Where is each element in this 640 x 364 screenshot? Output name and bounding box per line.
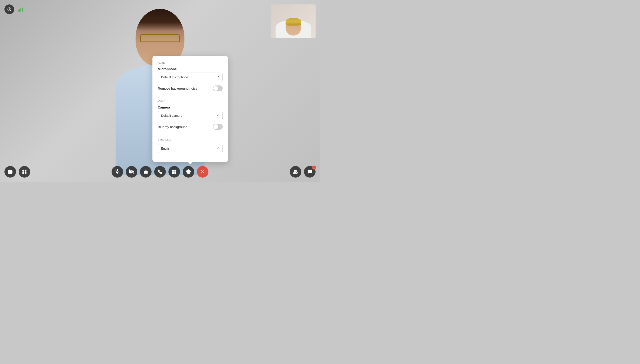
participants-button[interactable] (290, 166, 301, 178)
settings-button[interactable] (183, 166, 194, 178)
settings-panel: Audio Microphone Default microphone Buil… (152, 56, 228, 162)
remove-noise-knob (213, 86, 218, 91)
self-view-thumbnail (271, 4, 316, 38)
signal-bar-4 (22, 8, 23, 12)
svg-rect-15 (172, 172, 174, 174)
remove-noise-toggle[interactable] (213, 86, 223, 91)
signal-bar-3 (21, 8, 21, 12)
camera-dropdown-wrapper: Default camera Built-in Camera External … (158, 111, 223, 120)
signal-bar-2 (19, 9, 20, 12)
audio-video-divider (158, 96, 223, 96)
language-dropdown-wrapper: English Spanish French German Japanese (158, 144, 223, 153)
blur-background-label: Blur my background (158, 125, 187, 129)
bottom-toolbar (0, 166, 320, 178)
mute-button[interactable] (112, 166, 123, 178)
top-left-controls (5, 4, 23, 14)
thumbnail-person (271, 4, 316, 38)
microphone-select[interactable]: Default microphone Built-in Microphone E… (158, 72, 223, 82)
svg-rect-14 (175, 170, 176, 171)
microphone-label: Microphone (158, 67, 223, 71)
signal-icon (18, 7, 23, 12)
thumb-head (286, 18, 301, 36)
chat-button[interactable]: 1 (304, 166, 316, 178)
audio-only-button[interactable] (154, 166, 166, 178)
language-section-label: Language (158, 138, 223, 141)
audio-section-label: Audio (158, 61, 223, 64)
camera-select[interactable]: Default camera Built-in Camera External … (158, 111, 223, 120)
microphone-dropdown-wrapper: Default microphone Built-in Microphone E… (158, 72, 223, 82)
language-select[interactable]: English Spanish French German Japanese (158, 144, 223, 153)
signal-bar-1 (18, 10, 19, 12)
info-button[interactable] (5, 4, 14, 14)
svg-rect-16 (175, 172, 176, 174)
right-controls: 1 (290, 166, 316, 178)
end-call-button[interactable] (197, 166, 208, 178)
person-hair (136, 9, 184, 31)
video-language-divider (158, 134, 223, 134)
remove-noise-label: Remove background noise (158, 86, 197, 90)
chat-notification-badge: 1 (312, 166, 316, 170)
svg-rect-13 (172, 170, 174, 171)
thumb-hair (286, 18, 301, 26)
remove-noise-row: Remove background noise (158, 86, 223, 91)
main-video: Audio Microphone Default microphone Buil… (0, 0, 320, 182)
svg-point-18 (294, 170, 296, 172)
blur-background-knob (213, 124, 218, 129)
share-screen-button[interactable] (140, 166, 152, 178)
person-glasses (140, 34, 180, 42)
video-off-button[interactable] (126, 166, 137, 178)
blur-background-row: Blur my background (158, 124, 223, 130)
camera-label: Camera (158, 106, 223, 109)
grid-view-button[interactable] (168, 166, 180, 178)
video-section-label: Video (158, 100, 223, 103)
blur-background-toggle[interactable] (213, 124, 223, 130)
